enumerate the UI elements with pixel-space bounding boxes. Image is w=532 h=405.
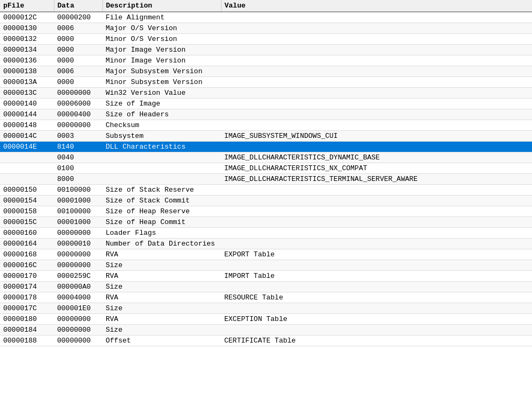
cell-data: 00000000 [54,260,102,271]
cell-description: RVA [102,314,221,325]
table-row[interactable]: 0000012C00000200File Alignment [0,12,532,23]
table-row[interactable]: 0000018400000000Size [0,325,532,336]
cell-description: RVA [102,271,221,282]
cell-value [221,77,532,88]
cell-data: 00006000 [54,99,102,109]
cell-value [221,228,532,239]
cell-value [221,217,532,228]
cell-value [221,66,532,77]
cell-description: Size of Heap Commit [102,217,221,228]
cell-pfile: 00000164 [0,239,54,249]
cell-description: Size [102,260,221,271]
cell-value [221,120,532,131]
cell-data: 0000 [54,45,102,55]
cell-pfile: 0000012C [0,12,54,23]
cell-value [221,99,532,109]
cell-value: RESOURCE Table [221,292,532,303]
table-row[interactable]: 0000016C00000000Size [0,260,532,271]
table-row[interactable]: 0000013A0000Minor Subsystem Version [0,77,532,88]
table-row[interactable]: 0000018000000000RVAEXCEPTION Table [0,314,532,325]
table-row[interactable]: 000001360000Minor Image Version [0,55,532,66]
cell-pfile: 0000016C [0,260,54,271]
cell-pfile: 00000170 [0,271,54,282]
cell-data: 0000 [54,55,102,66]
cell-description: Size of Stack Reserve [102,185,221,195]
table-row[interactable]: 000001380006Major Subsystem Version [0,66,532,77]
table-row[interactable]: 000001320000Minor O/S Version [0,34,532,45]
cell-description: DLL Characteristics [102,142,221,152]
cell-value [221,142,532,152]
cell-data: 00000010 [54,239,102,249]
table-row[interactable]: 0000013C00000000Win32 Version Value [0,88,532,99]
table-row[interactable]: 000001300006Major O/S Version [0,23,532,34]
cell-value [221,12,532,23]
table-header-row: pFile Data Description Value [0,0,532,12]
cell-data: 0100 [54,163,102,174]
table-row[interactable]: 0000015400001000Size of Stack Commit [0,195,532,206]
cell-pfile: 00000148 [0,120,54,131]
cell-description: Size [102,303,221,314]
cell-data: 0003 [54,131,102,142]
cell-value: IMAGE_DLLCHARACTERISTICS_DYNAMIC_BASE [221,152,532,163]
cell-pfile: 0000014E [0,142,54,152]
table-row[interactable]: 0000016400000010Number of Data Directori… [0,239,532,249]
table-row[interactable]: 000001340000Major Image Version [0,45,532,55]
cell-pfile: 00000130 [0,23,54,34]
cell-data: 00000000 [54,228,102,239]
cell-pfile: 0000017C [0,303,54,314]
table-row[interactable]: 000001700000259CRVAIMPORT Table [0,271,532,282]
cell-value: IMAGE_DLLCHARACTERISTICS_NX_COMPAT [221,163,532,174]
cell-value: IMAGE_DLLCHARACTERISTICS_TERMINAL_SERVER… [221,174,532,185]
cell-pfile: 00000150 [0,185,54,195]
cell-pfile: 00000160 [0,228,54,239]
table-row[interactable]: 0040IMAGE_DLLCHARACTERISTICS_DYNAMIC_BAS… [0,152,532,163]
cell-pfile: 00000188 [0,336,54,346]
table-row[interactable]: 0000017800004000RVARESOURCE Table [0,292,532,303]
cell-data: 00004000 [54,292,102,303]
cell-pfile: 00000180 [0,314,54,325]
table-row[interactable]: 0100IMAGE_DLLCHARACTERISTICS_NX_COMPAT [0,163,532,174]
table-row[interactable]: 0000014800000000Checksum [0,120,532,131]
cell-value [221,23,532,34]
table-row[interactable]: 0000014000006000Size of Image [0,99,532,109]
cell-data: 0000 [54,77,102,88]
cell-value [221,282,532,292]
table-row[interactable]: 0000017C000001E0Size [0,303,532,314]
cell-data: 00000000 [54,325,102,336]
table-row[interactable]: 0000015800100000Size of Heap Reserve [0,206,532,217]
table-row[interactable]: 0000018800000000OffsetCERTIFICATE Table [0,336,532,346]
table-row[interactable]: 0000015000100000Size of Stack Reserve [0,185,532,195]
cell-data: 00000000 [54,249,102,260]
table-row[interactable]: 8000IMAGE_DLLCHARACTERISTICS_TERMINAL_SE… [0,174,532,185]
table-row[interactable]: 0000014400000400Size of Headers [0,109,532,120]
cell-value: EXPORT Table [221,249,532,260]
cell-pfile: 0000014C [0,131,54,142]
cell-pfile: 00000158 [0,206,54,217]
table-body: 0000012C00000200File Alignment0000013000… [0,12,532,346]
cell-data: 00000000 [54,336,102,346]
cell-description: Minor Image Version [102,55,221,66]
cell-pfile [0,163,54,174]
header-description: Description [102,0,221,12]
cell-data: 0000259C [54,271,102,282]
cell-value [221,325,532,336]
cell-data: 0040 [54,152,102,163]
table-row[interactable]: 0000014E8140DLL Characteristics [0,142,532,152]
cell-pfile [0,174,54,185]
cell-pfile: 00000138 [0,66,54,77]
cell-data: 00000000 [54,88,102,99]
table-row[interactable]: 0000014C0003SubsystemIMAGE_SUBSYSTEM_WIN… [0,131,532,142]
cell-description: Minor O/S Version [102,34,221,45]
cell-pfile: 0000015C [0,217,54,228]
cell-value [221,45,532,55]
table-row[interactable]: 00000174000000A0Size [0,282,532,292]
table-row[interactable]: 0000016000000000Loader Flags [0,228,532,239]
cell-value: CERTIFICATE Table [221,336,532,346]
cell-description: Size of Image [102,99,221,109]
header-pfile: pFile [0,0,54,12]
pe-header-table: pFile Data Description Value 0000012C000… [0,0,532,346]
cell-pfile: 0000013C [0,88,54,99]
cell-data: 00100000 [54,206,102,217]
table-row[interactable]: 0000015C00001000Size of Heap Commit [0,217,532,228]
table-row[interactable]: 0000016800000000RVAEXPORT Table [0,249,532,260]
